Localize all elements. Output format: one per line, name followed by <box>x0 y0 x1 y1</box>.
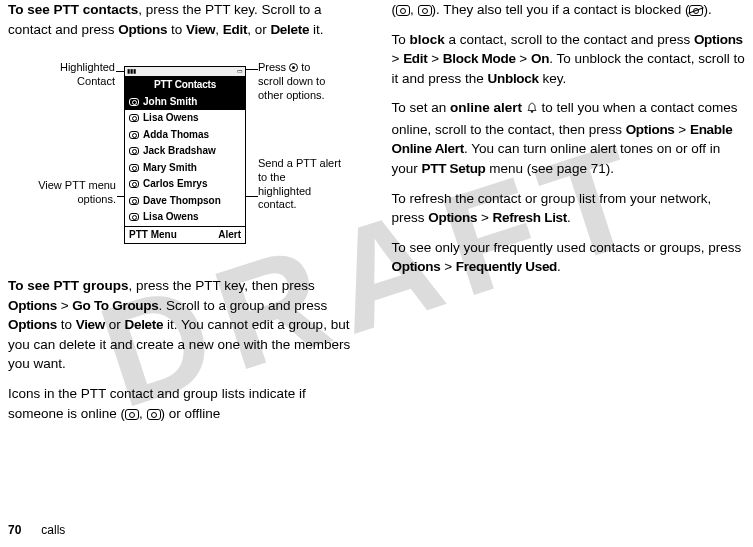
text: > <box>427 51 442 66</box>
text-ui: Options <box>428 210 477 225</box>
right-column: (, ). They also tell you if a contact is… <box>392 0 746 433</box>
softkey-left[interactable]: PTT Menu <box>129 228 177 243</box>
text: To see only your frequently used contact… <box>392 240 742 255</box>
block-para: To block a contact, scroll to the contac… <box>392 30 746 89</box>
contact-icon <box>129 114 139 122</box>
contact-icon <box>129 197 139 205</box>
text: To <box>392 32 410 47</box>
freq-used-para: To see only your frequently used contact… <box>392 238 746 277</box>
list-item[interactable]: Mary Smith <box>125 160 245 177</box>
text-ui: Options <box>8 317 57 332</box>
text: Press <box>258 61 289 73</box>
blocked-contact-icon <box>689 5 703 16</box>
leader-line <box>246 196 258 197</box>
text: > <box>516 51 531 66</box>
text-ui: View <box>76 317 105 332</box>
text: or <box>105 317 125 332</box>
text: > <box>477 210 492 225</box>
phone-diagram: Highlighted Contact View PTT menu option… <box>8 61 362 246</box>
offline-personal-icon <box>396 5 410 16</box>
see-contacts-para: To see PTT contacts, press the PTT key. … <box>8 0 362 39</box>
page-footer: 70calls <box>8 522 65 539</box>
page-columns: To see PTT contacts, press the PTT key. … <box>0 0 753 433</box>
bell-icon <box>526 100 538 120</box>
contact-name: Adda Thomas <box>143 128 209 143</box>
phone-title: PTT Contacts <box>125 77 245 94</box>
text: . <box>567 210 571 225</box>
nav-disc-icon <box>289 63 298 72</box>
text: . Scroll to a group and press <box>158 298 327 313</box>
text: menu (see page 71). <box>486 161 614 176</box>
text-ui: Options <box>8 298 57 313</box>
online-group-icon <box>147 409 161 420</box>
leader-line <box>246 69 258 70</box>
signal-icon: ▮▮▮ <box>127 67 136 76</box>
contact-icon <box>129 164 139 172</box>
text-ui: Edit <box>403 51 427 66</box>
text-bold: online alert <box>450 100 522 115</box>
text-ui: Go To Groups <box>72 298 158 313</box>
text-ui: PTT Setup <box>422 161 486 176</box>
list-item[interactable]: Jack Bradshaw <box>125 143 245 160</box>
text: > <box>392 51 404 66</box>
text: to <box>57 317 76 332</box>
offline-group-icon <box>418 5 432 16</box>
contact-name: Lisa Owens <box>143 210 199 225</box>
text: , <box>215 22 223 37</box>
text-ui: Unblock <box>488 71 539 86</box>
phone-screen: ▮▮▮ ▭ PTT Contacts John Smith Lisa Owens… <box>124 66 246 244</box>
text: ) or offline <box>161 406 221 421</box>
text-ui: Delete <box>270 22 309 37</box>
text-bold: To see PTT contacts <box>8 2 138 17</box>
list-item[interactable]: Carlos Emrys <box>125 176 245 193</box>
text: it. <box>309 22 323 37</box>
text: a contact, scroll to the contact and pre… <box>445 32 694 47</box>
text-ui: Refresh List <box>493 210 567 225</box>
contact-name: Mary Smith <box>143 161 197 176</box>
list-item[interactable]: Dave Thompson <box>125 193 245 210</box>
page-number: 70 <box>8 523 21 537</box>
text-bold: To see PTT groups <box>8 278 129 293</box>
contact-name: Dave Thompson <box>143 194 221 209</box>
text: ). <box>703 2 711 17</box>
text-ui: Options <box>118 22 167 37</box>
label-highlighted-contact: Highlighted Contact <box>43 61 115 89</box>
contact-name: Carlos Emrys <box>143 177 207 192</box>
softkey-right[interactable]: Alert <box>218 228 241 243</box>
list-item[interactable]: Adda Thomas <box>125 127 245 144</box>
text-ui: Edit <box>223 22 247 37</box>
list-item[interactable]: Lisa Owens <box>125 209 245 226</box>
contact-icon <box>129 213 139 221</box>
label-scroll-options: Press to scroll down to other options. <box>258 61 353 102</box>
battery-icon: ▭ <box>237 67 243 76</box>
contact-name: John Smith <box>143 95 197 110</box>
list-item[interactable]: John Smith <box>125 94 245 111</box>
contact-icon <box>129 131 139 139</box>
contact-icon <box>129 98 139 106</box>
list-item[interactable]: Lisa Owens <box>125 110 245 127</box>
phone-contact-list: John Smith Lisa Owens Adda Thomas Jack B… <box>125 94 245 226</box>
text: > <box>440 259 455 274</box>
text: ). They also tell you if a contact is bl… <box>432 2 690 17</box>
text: . <box>557 259 561 274</box>
text-ui: Delete <box>125 317 164 332</box>
text: > <box>57 298 72 313</box>
text: , press the PTT key, then press <box>129 278 315 293</box>
phone-status-bar: ▮▮▮ ▭ <box>125 67 245 77</box>
text-ui: Options <box>626 122 675 137</box>
text-ui: Frequently Used <box>456 259 557 274</box>
text: to <box>167 22 186 37</box>
refresh-para: To refresh the contact or group list fro… <box>392 189 746 228</box>
text-ui: Block Mode <box>443 51 516 66</box>
text: , <box>139 406 147 421</box>
text: key. <box>539 71 567 86</box>
contact-icon <box>129 147 139 155</box>
text-bold: block <box>410 32 445 47</box>
label-send-alert: Send a PTT alert to the highlighted cont… <box>258 157 358 212</box>
text: , or <box>247 22 270 37</box>
text: To set an <box>392 100 451 115</box>
offline-blocked-para: (, ). They also tell you if a contact is… <box>392 0 746 20</box>
text-ui: Options <box>694 32 743 47</box>
label-view-ptt-menu: View PTT menu options. <box>8 179 116 207</box>
section-name: calls <box>41 523 65 537</box>
